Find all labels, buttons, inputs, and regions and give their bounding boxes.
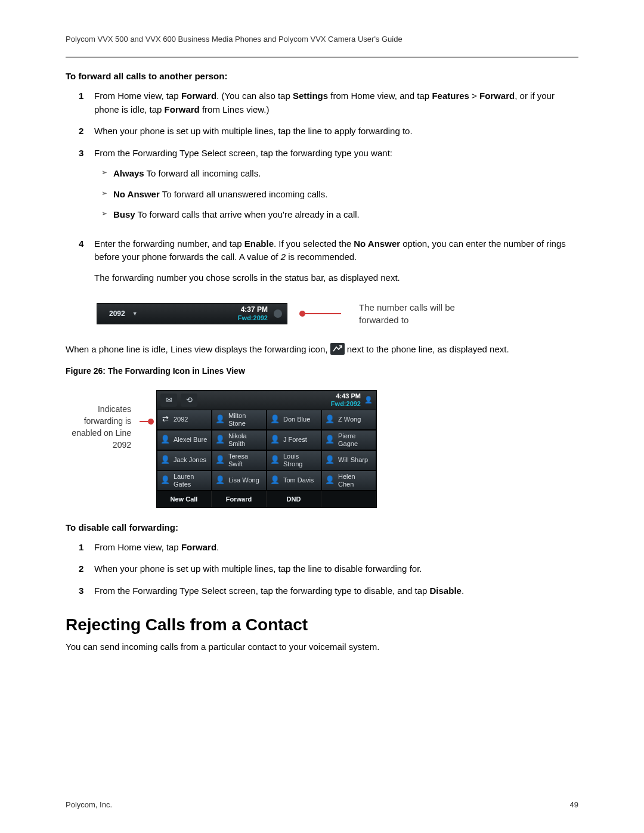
status-bar-screenshot: 2092 ▼ 4:37 PM Fwd:2092 (97, 303, 287, 324)
softkey (321, 491, 376, 507)
contact-icon: 👤 (270, 476, 280, 485)
text: > (469, 91, 479, 101)
softkey: New Call (157, 491, 212, 507)
line-key-label: Lauren Gates (174, 473, 208, 487)
lines-callout-text: Indicates forwarding is enabled on Line … (66, 390, 131, 451)
callout-text: The number calls will be forwarded to (359, 301, 455, 326)
figure-caption: Figure 26: The Forwarding Icon in Lines … (66, 366, 578, 376)
contact-icon: 👤 (215, 435, 225, 445)
contact-icon: 👤 (215, 476, 225, 485)
line-key-label: Don Blue (283, 416, 310, 423)
text: . (216, 542, 219, 552)
forward-disable-heading: To disable call forwarding: (66, 522, 578, 532)
line-key-label: Helen Chen (338, 473, 373, 487)
contact-icon: 👤 (215, 415, 225, 425)
text-italic: 2 (281, 252, 286, 262)
text: To forward calls that arrive when you're… (135, 209, 360, 219)
step-body: Enter the forwarding number, and tap Ena… (94, 237, 578, 293)
contact-icon: 👤 (325, 415, 335, 425)
line-key-label: Tom Davis (283, 476, 314, 484)
step-body: From Home view, tap Forward. (You can al… (94, 89, 578, 116)
text-bold: Enable (244, 239, 274, 249)
missed-call-icon: ⟲ (181, 394, 197, 407)
text: To forward all unanswered incoming calls… (160, 189, 328, 199)
step-body: When your phone is set up with multiple … (94, 562, 578, 576)
line-key-contact: 👤Milton Stone (212, 410, 267, 430)
bullet-arrow-icon: ➢ (101, 208, 107, 222)
line-key-contact: 👤Don Blue (267, 410, 321, 430)
footer-company: Polycom, Inc. (66, 800, 112, 809)
line-key-label: 2092 (174, 416, 188, 423)
line-key-label: Pierre Gagne (338, 432, 373, 447)
paragraph: You can send incoming calls from a parti… (66, 640, 578, 654)
text: . If you selected the (274, 239, 354, 249)
step-number: 2 (79, 562, 86, 576)
forwarding-icon (330, 343, 345, 355)
contact-icon: 👤 (325, 476, 335, 485)
sub-item: Always To forward all incoming calls. (113, 167, 261, 181)
presence-icon: 👤 (364, 396, 373, 404)
line-key-contact: 👤Lauren Gates (157, 470, 212, 491)
contact-icon: 👤 (160, 456, 170, 465)
text: . (You can also tap (216, 91, 293, 101)
text-bold: Forward (181, 542, 216, 552)
contact-icon: 👤 (325, 435, 335, 445)
text-bold: No Answer (354, 239, 400, 249)
text-bold: Busy (113, 209, 135, 219)
contact-icon: 👤 (215, 456, 225, 465)
text-bold: Forward (165, 104, 200, 114)
line-key-contact: 👤Alexei Bure (157, 430, 212, 450)
text-bold: Disable (430, 586, 462, 596)
header-rule (66, 57, 578, 58)
status-fwd-label: Fwd:2092 (238, 314, 268, 321)
step-body: From Home view, tap Forward. (94, 541, 578, 555)
contact-icon: 👤 (325, 456, 335, 465)
text: To forward all incoming calls. (144, 168, 261, 178)
text-bold: Forward (181, 91, 216, 101)
footer-page-number: 49 (570, 800, 578, 809)
text: From the Forwarding Type Select screen, … (94, 148, 392, 158)
line-key-contact: 👤Lisa Wong (212, 470, 267, 491)
line-key-contact: 👤J Forest (267, 430, 321, 450)
line-key-contact: 👤Helen Chen (321, 470, 376, 491)
contact-icon: 👤 (270, 415, 280, 425)
line-key-self: ⇄2092 (157, 410, 212, 430)
contact-icon: 👤 (160, 476, 170, 485)
forwarding-icon: ⇄ (160, 415, 170, 425)
callout-connector (140, 421, 148, 422)
line-key-contact: 👤Nikola Smith (212, 430, 267, 450)
forward-enable-heading: To forward all calls to another person: (66, 71, 578, 81)
status-time: 4:37 PM (238, 306, 268, 314)
text-bold: Features (432, 91, 469, 101)
step-number: 4 (79, 237, 86, 293)
line-key-label: Will Sharp (338, 456, 368, 463)
line-key-label: Milton Stone (228, 412, 263, 426)
phone-fwd-label: Fwd:2092 (331, 400, 361, 407)
page-header: Polycom VVX 500 and VVX 600 Business Med… (66, 35, 578, 44)
contact-icon: 👤 (270, 435, 280, 445)
softkey: Forward (212, 491, 267, 507)
line-key-label: Z Wong (338, 416, 361, 423)
step-number: 3 (79, 147, 86, 229)
line-key-label: Jack Jones (174, 456, 206, 463)
sub-item: No Answer To forward all unanswered inco… (113, 188, 327, 202)
text: from Lines view.) (200, 104, 270, 114)
presence-dot-icon (274, 309, 282, 318)
contact-icon: 👤 (270, 456, 280, 465)
line-key-contact: 👤Teresa Swift (212, 450, 267, 470)
text: . (462, 586, 464, 596)
text: From Home view, tap (94, 91, 181, 101)
line-key-contact: 👤Louis Strong (267, 450, 321, 470)
callout-connector (305, 313, 341, 314)
step-body: When your phone is set up with multiple … (94, 125, 578, 138)
line-key-contact: 👤Will Sharp (321, 450, 376, 470)
text: next to the phone line, as displayed nex… (347, 344, 509, 354)
line-key-contact: 👤Tom Davis (267, 470, 321, 491)
lines-view-screenshot: ✉ ⟲ 4:43 PM Fwd:2092 👤 ⇄2092👤Milton Ston… (156, 390, 377, 508)
softkey: DND (267, 491, 321, 507)
step-body: From the Forwarding Type Select screen, … (94, 147, 578, 229)
text: from Home view, and tap (328, 91, 432, 101)
text-bold: Forward (479, 91, 515, 101)
line-key-contact: 👤Z Wong (321, 410, 376, 430)
voicemail-icon: ✉ (160, 394, 177, 407)
